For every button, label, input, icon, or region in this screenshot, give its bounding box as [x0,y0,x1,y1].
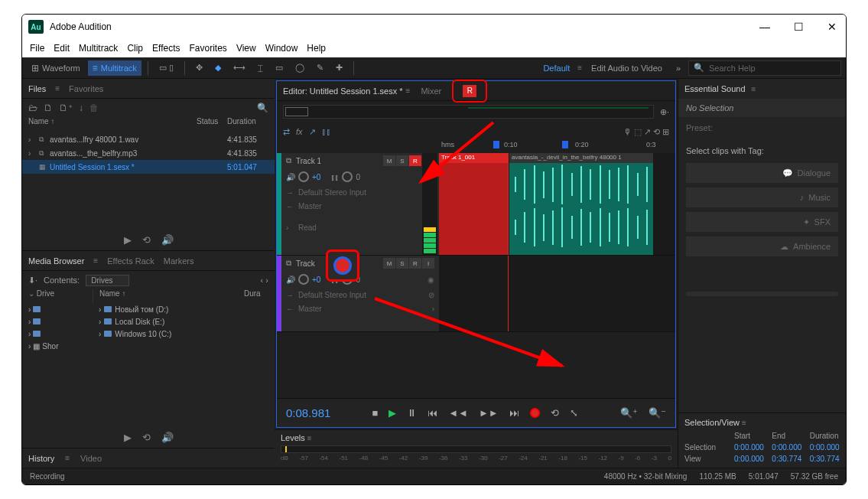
play-button[interactable]: ▶ [388,407,396,419]
view-end[interactable]: 0:30.774 [772,455,801,463]
multitrack-mode-button[interactable]: ≡Multitrack [88,60,141,76]
move-tool-icon[interactable]: ✥ [191,60,207,75]
menu-view[interactable]: View [236,43,256,54]
marquee-icon[interactable]: ▭ [271,60,288,75]
rewind-button[interactable]: ◄◄ [448,407,468,419]
record-button-big[interactable] [326,250,359,282]
menu-effects[interactable]: Effects [152,43,180,54]
zoom-out-icon[interactable]: 🔍⁻ [649,407,666,419]
menu-clip[interactable]: Clip [127,43,143,54]
drive-row[interactable]: ›Windows 10 (C:) [93,328,275,340]
transport-record-button[interactable] [530,408,540,418]
zoom-settings-icon[interactable]: ⊕· [660,107,669,117]
files-tab[interactable]: Files [28,84,46,93]
drive-row[interactable]: ›Новый том (D:) [93,303,275,315]
forward-button[interactable]: ►► [479,407,499,419]
dialogue-tag-button[interactable]: 💬Dialogue [686,163,838,183]
menu-help[interactable]: Help [307,43,326,54]
new-file-icon[interactable]: 🗋⁺ [59,103,73,113]
loop-button[interactable]: ⟲ [551,407,559,419]
effects-rack-tab[interactable]: Effects Rack [107,256,154,266]
skip-forward-button[interactable]: ⏭ [509,407,519,419]
menu-edit[interactable]: Edit [54,43,70,54]
automation-select[interactable]: Read [298,223,434,232]
recording-clip[interactable]: Track 1_001 [439,153,508,255]
mixer-tab[interactable]: Mixer [421,86,441,96]
media-browser-tab[interactable]: Media Browser [28,256,84,266]
playhead[interactable] [508,153,509,255]
music-tag-button[interactable]: ♪Music [686,188,838,207]
file-col-status[interactable]: Status [197,117,227,132]
heal-icon[interactable]: ✚ [331,60,347,75]
maximize-button[interactable]: ☐ [791,21,806,33]
menu-file[interactable]: File [30,43,44,54]
overview-bar[interactable] [283,105,654,119]
skip-selection-button[interactable]: ⤡ [570,407,578,419]
lasso-icon[interactable]: ◯ [291,60,309,75]
workspace-menu-icon[interactable]: ≡ [577,64,582,72]
menu-favorites[interactable]: Favorites [190,43,227,54]
markers-tab[interactable]: Markers [164,256,194,266]
file-col-duration[interactable]: Duration [227,117,268,132]
favorites-tab[interactable]: Favorites [69,84,103,93]
autoplay-icon[interactable]: 🔊 [161,234,174,246]
mb-import-icon[interactable]: ⬇· [28,276,37,285]
solo-button[interactable]: S [396,155,408,166]
close-button[interactable]: ✕ [824,21,840,33]
menu-window[interactable]: Window [265,43,298,54]
ambience-tag-button[interactable]: ☁Ambience [686,236,838,256]
pan-knob[interactable] [342,171,353,182]
file-row[interactable]: ›⧉avantas..._the_belfry.mp34:41.835 [22,146,275,160]
search-help-input[interactable]: 🔍 Search Help [688,60,841,76]
track-name[interactable]: Track 1 [296,157,379,165]
slip-tool-icon[interactable]: ⟷ [229,60,250,75]
video-tab[interactable]: Video [80,454,102,463]
minimize-button[interactable]: — [757,21,772,33]
file-col-name[interactable]: Name ↑ [28,117,197,132]
timecode[interactable]: 0:08.981 [286,406,330,419]
workspace-more-icon[interactable]: » [671,61,685,75]
scrollbar[interactable] [686,292,838,296]
sel-start[interactable]: 0:00.000 [734,443,764,452]
loop-icon[interactable]: ⟲ [142,234,151,246]
mute-button[interactable]: M [383,155,395,166]
solo-button[interactable]: S [396,258,408,269]
mute-button[interactable]: M [383,258,395,269]
filter-input[interactable]: 🔍 [257,103,268,113]
monitor-button[interactable]: I [422,258,434,269]
essential-sound-tab[interactable]: Essential Sound [684,84,746,93]
open-file-icon[interactable]: 🗁 [28,103,37,113]
skip-back-button[interactable]: ⏮ [427,407,437,419]
send-icon[interactable]: ↗ [309,127,316,137]
eq-icon[interactable]: ⫿⫿ [322,127,331,136]
mb-autoplay-icon[interactable]: 🔊 [161,432,174,443]
workspace-default[interactable]: Default [538,64,574,73]
files-menu-icon[interactable]: ≡ [55,84,60,93]
sel-end[interactable]: 0:00.000 [772,443,801,452]
volume-knob[interactable] [298,171,309,182]
play-icon[interactable]: ▶ [124,234,132,246]
arm-record-button[interactable]: R [409,258,421,269]
pause-button[interactable]: ⏸ [407,407,417,419]
import-icon[interactable]: ↓ [79,103,83,113]
menu-multitrack[interactable]: Multitrack [79,43,118,54]
track-expand-icon[interactable]: ⧉ [286,156,291,165]
sel-dur[interactable]: 0:00.000 [810,443,840,452]
view-start[interactable]: 0:00.000 [734,455,764,463]
trash-icon[interactable]: 🗑 [89,103,99,113]
time-select-icon[interactable]: ⌶ [253,61,268,75]
brush-icon[interactable]: ✎ [312,60,328,75]
razor-tool-icon[interactable]: ◆ [210,60,226,75]
record-file-icon[interactable]: 🗋 [44,103,53,113]
output-select[interactable]: Master [298,202,427,210]
input-select[interactable]: Default Stereo Input [298,188,424,197]
timeline-ruler[interactable]: hms 0:10 0:20 0:3 [441,141,675,153]
history-tab[interactable]: History [28,454,54,463]
file-row[interactable]: ›⧉avantas...lfry 48000 1.wav4:41.835 [22,132,275,146]
mb-play-icon[interactable]: ▶ [124,432,132,443]
drives-select[interactable]: Drives [86,275,128,286]
waveform-mode-button[interactable]: ⊞Waveform [27,60,85,76]
sfx-tag-button[interactable]: ✦SFX [686,212,838,232]
file-row[interactable]: ▦Untitled Session 1.sesx *5:01.047 [22,160,275,174]
drive-row[interactable]: ›Local Disk (E:) [93,315,275,328]
